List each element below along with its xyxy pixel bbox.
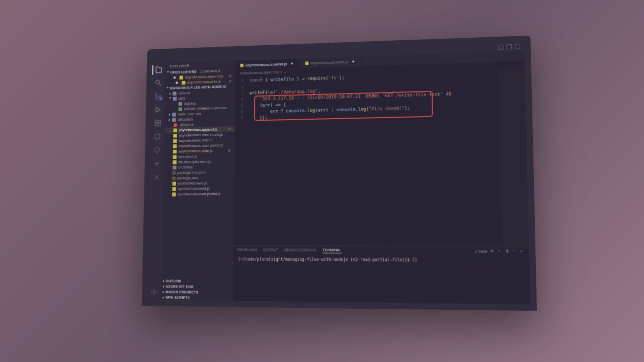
extensions-icon[interactable] <box>154 119 162 127</box>
tab-label: asynchronous.write.js <box>310 59 348 65</box>
terminal-shell-selector[interactable]: 1: bash <box>475 249 487 253</box>
svg-rect-8 <box>158 124 160 126</box>
minimap[interactable] <box>499 67 529 246</box>
file-icon <box>173 139 177 143</box>
file-icon <box>172 113 176 117</box>
file-label: asynchronous.read.chunk.js <box>179 132 223 137</box>
layout-icon[interactable] <box>507 44 512 49</box>
search-icon[interactable] <box>155 79 163 87</box>
settings-icon[interactable] <box>150 288 158 296</box>
file-icon <box>305 61 308 65</box>
file-label: util.scripts <box>178 117 193 122</box>
file-icon <box>173 165 177 169</box>
line-number: 5 <box>235 103 250 108</box>
file-icon <box>240 63 244 67</box>
line-number: 4 <box>235 97 250 102</box>
activity-extra-icon[interactable] <box>153 133 161 141</box>
sidebar: EXPLORER OPEN EDITORS 1 UNSAVED asynchro… <box>160 61 235 301</box>
file-icon <box>173 160 177 164</box>
file-label: node_modules <box>178 112 201 117</box>
svg-rect-6 <box>158 120 160 123</box>
file-icon <box>173 149 177 153</box>
file-icon <box>172 187 176 191</box>
svg-line-1 <box>159 83 162 86</box>
file-label: asynchronous.read.js <box>179 138 212 143</box>
chevron-icon <box>169 119 171 121</box>
collapsed-section-header[interactable]: NPM SCRIPTS <box>160 295 232 301</box>
dirty-dot-icon <box>174 76 176 79</box>
file-label: file.descriptor.error.js <box>178 159 211 164</box>
file-label: data <box>179 96 186 101</box>
file-label: csv.parse.js <box>179 154 197 159</box>
maximize-panel-icon[interactable]: ^ <box>513 249 517 253</box>
chevron-down-icon <box>167 71 169 74</box>
line-number: 3 <box>235 90 250 95</box>
file-icon <box>173 155 177 159</box>
chevron-right-icon <box>163 286 165 288</box>
line-number: 1 <box>235 78 250 83</box>
chevron-icon <box>169 98 171 100</box>
file-label: asynchronous.write.js <box>179 148 213 153</box>
file-label: package-lock.json <box>177 170 206 174</box>
file-label: app.log <box>184 101 196 106</box>
tab-label: asynchronous.append.js <box>246 61 287 67</box>
dirty-dot-icon <box>176 81 178 84</box>
chevron-icon <box>170 93 171 95</box>
line-number: 7 <box>235 116 250 121</box>
file-item[interactable]: synchronous.read.partial.js <box>164 191 234 197</box>
source-control-icon[interactable]: 2 <box>154 93 162 101</box>
svg-point-11 <box>153 291 155 293</box>
svg-point-3 <box>155 98 157 100</box>
line-content: (err) => { <box>250 102 286 108</box>
file-icon <box>173 134 177 138</box>
file-icon <box>173 97 177 101</box>
activity-extra-icon[interactable] <box>153 173 160 181</box>
bottom-panel: PROBLEMSOUTPUTDEBUG CONSOLETERMINAL 1: b… <box>233 245 530 304</box>
code-editor[interactable]: 1const { writeFile } = require('fs');23w… <box>233 67 529 246</box>
svg-rect-9 <box>155 134 159 139</box>
file-label: package.json <box>177 175 198 180</box>
debug-icon[interactable] <box>154 106 162 114</box>
chevron-right-icon <box>163 296 164 298</box>
svg-rect-7 <box>155 124 157 126</box>
chevron-down-icon <box>167 87 169 89</box>
layout-icon[interactable] <box>515 44 520 49</box>
layout-icon[interactable] <box>498 45 504 50</box>
line-number: 2 <box>235 84 250 89</box>
terminal-line: [~/code/pluralsight/managing-files-with-… <box>238 257 524 262</box>
file-icon <box>172 118 176 122</box>
chevron-right-icon <box>163 291 164 293</box>
svg-rect-5 <box>155 120 157 123</box>
line-number: 6 <box>235 109 250 114</box>
svg-point-2 <box>155 94 157 96</box>
activity-extra-icon[interactable] <box>153 146 161 154</box>
file-icon <box>173 171 176 174</box>
file-icon <box>173 92 177 96</box>
kill-terminal-icon[interactable]: 🗑 <box>505 249 510 253</box>
terminal[interactable]: [~/code/pluralsight/managing-files-with-… <box>233 255 530 304</box>
editor-area: asynchronous.append.jsasynchronous.write… <box>233 51 530 304</box>
file-icon <box>180 75 184 79</box>
file-icon <box>174 123 178 127</box>
file-icon <box>173 176 176 179</box>
panel-tab[interactable]: PROBLEMS <box>237 248 257 253</box>
panel-tab[interactable]: TERMINAL <box>323 248 342 253</box>
file-icon <box>173 182 177 186</box>
new-terminal-icon[interactable]: + <box>498 249 502 253</box>
file-label: promisified.read.js <box>178 181 207 186</box>
file-label: LICENSE <box>178 165 193 169</box>
file-label: synchronous.read.js <box>178 186 210 191</box>
activity-extra-icon[interactable] <box>153 159 160 167</box>
file-icon <box>179 107 183 111</box>
file-label: asynchronous.read.partial.js <box>179 143 223 148</box>
explorer-icon[interactable] <box>155 66 163 74</box>
dirty-dot-icon <box>291 62 293 64</box>
file-icon <box>179 102 183 106</box>
dirty-dot-icon <box>352 60 354 62</box>
panel-tab[interactable]: DEBUG CONSOLE <box>284 248 316 253</box>
split-terminal-icon[interactable]: ⊞ <box>491 249 495 253</box>
chevron-icon <box>169 114 171 116</box>
panel-tab[interactable]: OUTPUT <box>263 248 278 253</box>
line-content: }); <box>249 115 267 121</box>
close-panel-icon[interactable]: × <box>520 249 525 253</box>
